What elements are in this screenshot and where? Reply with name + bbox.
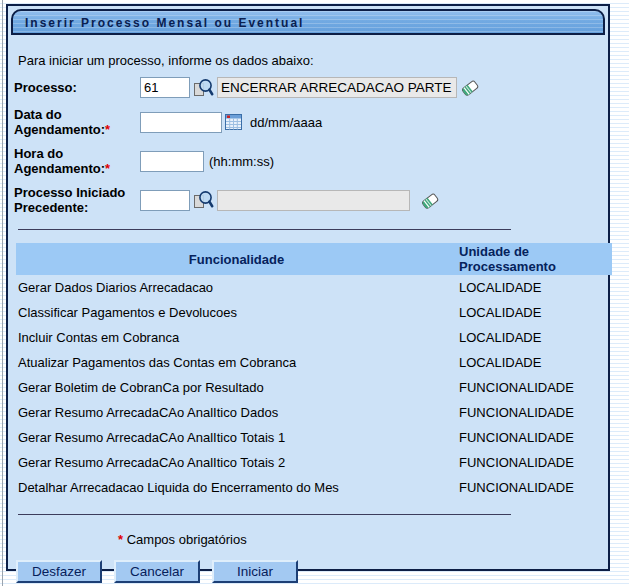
processing-unit-cell: LOCALIDADE xyxy=(457,350,612,375)
functionality-cell: Gerar Resumo ArrecadaCAo AnalItico Totai… xyxy=(16,450,457,475)
processo-precedente-label: Processo Iniciado Precedente: xyxy=(14,185,140,215)
data-agendamento-row: Data do Agendamento:* dd/mm/aaaa xyxy=(14,107,602,137)
page-title: Inserir Processo Mensal ou Eventual xyxy=(11,9,605,35)
processo-lookup-button[interactable] xyxy=(193,78,214,98)
eraser-icon xyxy=(460,77,481,98)
unidade-header: Unidade de Processamento xyxy=(457,243,612,275)
required-asterisk: * xyxy=(105,122,110,137)
table-row: Detalhar Arrecadacao Liquida do Encerram… xyxy=(16,475,612,500)
functionality-cell: Gerar Dados Diarios Arrecadacao xyxy=(16,275,457,300)
processo-input[interactable] xyxy=(140,77,190,98)
magnifier-icon xyxy=(193,190,214,210)
processo-row: Processo: xyxy=(14,77,602,98)
functionality-cell: Classificar Pagamentos e Devolucoes xyxy=(16,300,457,325)
hora-agendamento-input[interactable] xyxy=(140,151,204,172)
iniciar-button[interactable]: Iniciar xyxy=(212,560,298,583)
processing-unit-cell: FUNCIONALIDADE xyxy=(457,450,612,475)
processing-unit-cell: LOCALIDADE xyxy=(457,325,612,350)
calendar-button[interactable] xyxy=(225,114,242,130)
processo-label: Processo: xyxy=(14,80,140,95)
calendar-icon xyxy=(225,114,242,130)
processo-descricao-field xyxy=(217,77,457,98)
table-row: Classificar Pagamentos e Devolucoes LOCA… xyxy=(16,300,612,325)
funcionalidade-table: Funcionalidade Unidade de Processamento … xyxy=(16,243,612,500)
data-agendamento-input[interactable] xyxy=(140,112,222,133)
intro-text: Para iniciar um processo, informe os dad… xyxy=(18,53,602,68)
table-row: Atualizar Pagamentos das Contas em Cobra… xyxy=(16,350,612,375)
separator-bottom xyxy=(18,514,511,515)
precedente-clear-button[interactable] xyxy=(420,190,441,211)
required-asterisk: * xyxy=(105,161,110,176)
processing-unit-cell: FUNCIONALIDADE xyxy=(457,425,612,450)
hora-agendamento-label: Hora do Agendamento:* xyxy=(14,146,140,176)
hora-agendamento-row: Hora do Agendamento:* (hh:mm:ss) xyxy=(14,146,602,176)
table-row: Incluir Contas em Cobranca LOCALIDADE xyxy=(16,325,612,350)
table-row: Gerar Resumo ArrecadaCAo AnalItico Dados… xyxy=(16,400,612,425)
table-header-row: Funcionalidade Unidade de Processamento xyxy=(16,243,612,275)
required-note-text: Campos obrigatórios xyxy=(127,532,247,547)
table-row: Gerar Boletim de CobranCa por Resultado … xyxy=(16,375,612,400)
separator-top xyxy=(18,229,511,230)
required-fields-note: * Campos obrigatórios xyxy=(118,532,602,547)
button-row: Desfazer Cancelar Iniciar xyxy=(16,560,600,583)
desfazer-button[interactable]: Desfazer xyxy=(16,560,102,583)
processo-precedente-input[interactable] xyxy=(140,190,190,211)
processing-unit-cell: FUNCIONALIDADE xyxy=(457,475,612,500)
processo-precedente-row: Processo Iniciado Precedente: xyxy=(14,185,602,215)
processo-clear-button[interactable] xyxy=(460,77,481,98)
processing-unit-cell: LOCALIDADE xyxy=(457,275,612,300)
hora-agendamento-label-text: Hora do Agendamento: xyxy=(14,146,105,176)
processing-unit-cell: FUNCIONALIDADE xyxy=(457,375,612,400)
functionality-cell: Detalhar Arrecadacao Liquida do Encerram… xyxy=(16,475,457,500)
data-agendamento-label-text: Data do Agendamento: xyxy=(14,107,105,137)
required-asterisk: * xyxy=(118,532,123,547)
processing-unit-cell: LOCALIDADE xyxy=(457,300,612,325)
time-format-hint: (hh:mm:ss) xyxy=(209,154,274,169)
functionality-cell: Gerar Resumo ArrecadaCAo AnalItico Dados xyxy=(16,400,457,425)
functionality-cell: Incluir Contas em Cobranca xyxy=(16,325,457,350)
cancelar-button[interactable]: Cancelar xyxy=(114,560,200,583)
page-edge-line xyxy=(2,0,3,586)
functionality-cell: Gerar Boletim de CobranCa por Resultado xyxy=(16,375,457,400)
eraser-icon xyxy=(420,190,441,211)
funcionalidade-header: Funcionalidade xyxy=(16,243,457,275)
functionality-cell: Atualizar Pagamentos das Contas em Cobra… xyxy=(16,350,457,375)
date-format-hint: dd/mm/aaaa xyxy=(250,115,322,130)
precedente-descricao-field xyxy=(217,190,410,211)
inserir-processo-window: Inserir Processo Mensal ou Eventual Para… xyxy=(6,4,610,571)
table-row: Gerar Resumo ArrecadaCAo AnalItico Totai… xyxy=(16,425,612,450)
processing-unit-cell: FUNCIONALIDADE xyxy=(457,400,612,425)
table-row: Gerar Resumo ArrecadaCAo AnalItico Totai… xyxy=(16,450,612,475)
data-agendamento-label: Data do Agendamento:* xyxy=(14,107,140,137)
magnifier-icon xyxy=(193,78,214,98)
table-row: Gerar Dados Diarios Arrecadacao LOCALIDA… xyxy=(16,275,612,300)
functionality-cell: Gerar Resumo ArrecadaCAo AnalItico Totai… xyxy=(16,425,457,450)
precedente-lookup-button[interactable] xyxy=(193,190,214,210)
